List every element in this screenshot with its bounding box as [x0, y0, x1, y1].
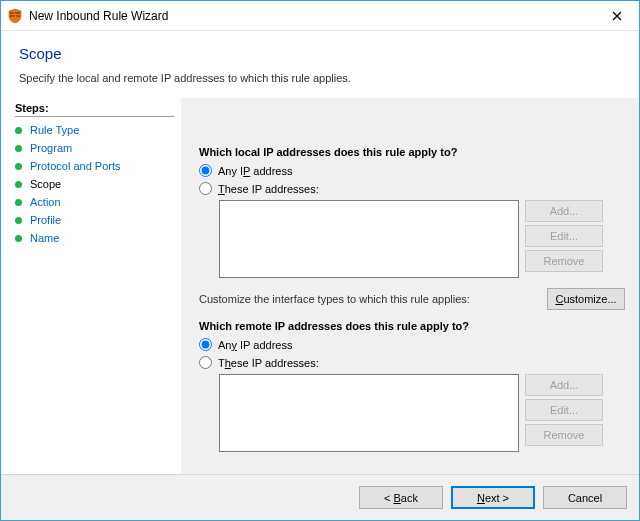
- titlebar: New Inbound Rule Wizard: [1, 1, 639, 31]
- local-button-column: Add... Edit... Remove: [525, 200, 603, 278]
- step-rule-type[interactable]: Rule Type: [15, 121, 180, 139]
- cancel-button[interactable]: Cancel: [543, 486, 627, 509]
- local-ip-listbox[interactable]: [219, 200, 519, 278]
- step-name[interactable]: Name: [15, 229, 180, 247]
- local-these-radio[interactable]: These IP addresses:: [199, 182, 627, 195]
- local-remove-button[interactable]: Remove: [525, 250, 603, 272]
- bullet-icon: [15, 199, 22, 206]
- remote-remove-button[interactable]: Remove: [525, 424, 603, 446]
- remote-edit-button[interactable]: Edit...: [525, 399, 603, 421]
- firewall-icon: [7, 8, 23, 24]
- main-panel: Which local IP addresses does this rule …: [181, 98, 639, 474]
- bullet-icon: [15, 217, 22, 224]
- bullet-icon: [15, 163, 22, 170]
- wizard-window: New Inbound Rule Wizard Scope Specify th…: [0, 0, 640, 521]
- back-button[interactable]: < Back: [359, 486, 443, 509]
- remote-list-area: Add... Edit... Remove: [219, 374, 627, 452]
- customize-text: Customize the interface types to which t…: [199, 293, 470, 305]
- window-title: New Inbound Rule Wizard: [29, 9, 594, 23]
- close-button[interactable]: [594, 1, 639, 30]
- svg-rect-2: [10, 15, 15, 17]
- wizard-footer: < Back Next > Cancel: [1, 474, 639, 520]
- remote-these-radio-input[interactable]: [199, 356, 212, 369]
- wizard-header: Scope Specify the local and remote IP ad…: [1, 31, 639, 98]
- local-add-button[interactable]: Add...: [525, 200, 603, 222]
- step-scope[interactable]: Scope: [15, 175, 180, 193]
- local-any-radio[interactable]: Any IP address: [199, 164, 627, 177]
- customize-button[interactable]: Customize...: [547, 288, 625, 310]
- remote-ip-listbox[interactable]: [219, 374, 519, 452]
- local-any-radio-input[interactable]: [199, 164, 212, 177]
- local-question: Which local IP addresses does this rule …: [199, 146, 627, 158]
- local-list-area: Add... Edit... Remove: [219, 200, 627, 278]
- remote-any-radio[interactable]: Any IP address: [199, 338, 627, 351]
- customize-row: Customize the interface types to which t…: [199, 288, 627, 310]
- step-profile[interactable]: Profile: [15, 211, 180, 229]
- step-protocol-ports[interactable]: Protocol and Ports: [15, 157, 180, 175]
- bullet-icon: [15, 181, 22, 188]
- page-title: Scope: [19, 45, 621, 62]
- svg-rect-1: [15, 12, 20, 14]
- page-subtitle: Specify the local and remote IP addresse…: [19, 72, 621, 84]
- step-program[interactable]: Program: [15, 139, 180, 157]
- svg-rect-0: [10, 12, 14, 14]
- wizard-body: Steps: Rule Type Program Protocol and Po…: [1, 98, 639, 474]
- local-these-radio-input[interactable]: [199, 182, 212, 195]
- steps-sidebar: Steps: Rule Type Program Protocol and Po…: [1, 98, 181, 474]
- step-action[interactable]: Action: [15, 193, 180, 211]
- bullet-icon: [15, 127, 22, 134]
- bullet-icon: [15, 235, 22, 242]
- remote-button-column: Add... Edit... Remove: [525, 374, 603, 452]
- steps-heading: Steps:: [15, 102, 174, 117]
- remote-any-radio-input[interactable]: [199, 338, 212, 351]
- svg-rect-3: [16, 15, 20, 17]
- remote-add-button[interactable]: Add...: [525, 374, 603, 396]
- local-edit-button[interactable]: Edit...: [525, 225, 603, 247]
- next-button[interactable]: Next >: [451, 486, 535, 509]
- remote-question: Which remote IP addresses does this rule…: [199, 320, 627, 332]
- bullet-icon: [15, 145, 22, 152]
- remote-these-radio[interactable]: These IP addresses:: [199, 356, 627, 369]
